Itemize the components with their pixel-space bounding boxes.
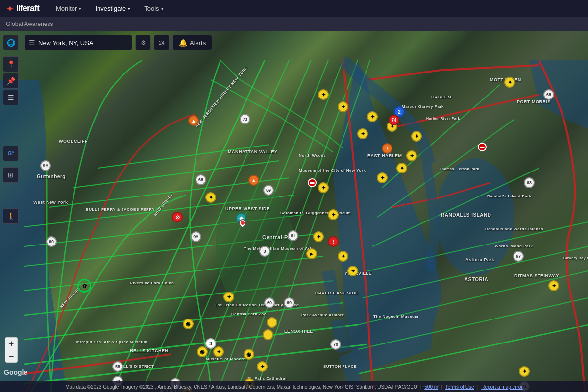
route-badge-rb4: 61 xyxy=(288,230,298,241)
map-marker-m32[interactable]: ✦ xyxy=(504,77,515,88)
map-marker-m13[interactable]: ✦ xyxy=(205,192,216,203)
layers-button[interactable]: ⊞ xyxy=(3,167,19,183)
map-marker-m33[interactable]: ✦ xyxy=(548,280,559,291)
search-input[interactable] xyxy=(38,39,128,47)
bookmark-button[interactable]: 📌 xyxy=(3,73,19,89)
nav-tools[interactable]: Tools ▾ xyxy=(137,0,170,17)
route-badge-rb8: 67 xyxy=(513,251,524,262)
breadcrumb-text: Global Awareness xyxy=(6,21,53,27)
map-marker-m37[interactable]: ✦ xyxy=(223,292,234,302)
map-marker-m9[interactable]: ✦ xyxy=(406,150,417,161)
app-logo[interactable]: ✦ liferaft xyxy=(6,3,39,15)
person-button[interactable]: 🚶 xyxy=(3,208,19,224)
map-marker-m17[interactable]: ! xyxy=(328,236,339,247)
svg-line-32 xyxy=(451,95,539,114)
map-marker-m2[interactable]: ✦ xyxy=(338,101,348,112)
chevron-down-icon: ▾ xyxy=(79,6,81,11)
area-label-al17: Park Avenue Armory xyxy=(301,313,344,317)
map-marker-m34[interactable]: 74 xyxy=(389,115,399,125)
area-label-al21: HELL'S DISTRICT xyxy=(118,364,154,368)
nav-monitor-label: Monitor xyxy=(56,5,77,12)
area-label-al2: Guttenberg xyxy=(37,174,66,179)
zoom-in-button[interactable]: + xyxy=(5,337,18,350)
area-label-al19: The Noguchi Museum xyxy=(373,314,418,318)
area-label-al46: Harlem River Park xyxy=(426,117,460,120)
map-attribution-bar: Map data ©2023 Google Imagery ©2023 , Ai… xyxy=(0,381,588,392)
location-pin-button[interactable]: 📍 xyxy=(3,56,19,72)
report-map-error-link[interactable]: Report a map error xyxy=(481,384,522,390)
area-label-al1: WOODCLIFF xyxy=(59,139,88,144)
hamburger-icon: ☰ xyxy=(29,39,35,47)
area-label-al24: SUTTON PLACE xyxy=(323,364,357,368)
map-marker-m10[interactable]: ✦ xyxy=(396,163,407,173)
map-marker-m22[interactable]: ◉ xyxy=(183,318,194,329)
area-label-al4: BULLS FERRY & JACOBS FERRY xyxy=(86,207,155,212)
map-marker-m30[interactable]: ✿ xyxy=(77,279,91,293)
map-marker-m19[interactable]: ✦ xyxy=(338,251,348,262)
alerts-button[interactable]: 🔔 Alerts xyxy=(172,35,212,50)
route-badge-rb17: 9A xyxy=(191,231,201,242)
area-label-al40: North Woods xyxy=(299,153,326,158)
map-marker-m36[interactable]: ⚡ xyxy=(263,329,273,340)
area-label-al45: Randall's Island Park xyxy=(487,194,532,198)
map-marker-m24[interactable]: ✦ xyxy=(213,346,224,357)
route-badge-rb2: 68 xyxy=(196,174,206,185)
map-pin[interactable] xyxy=(239,219,246,227)
terms-of-use-link[interactable]: Terms of Use xyxy=(445,384,474,390)
map-marker-m21[interactable]: ⚡ xyxy=(267,317,277,328)
map-marker-m39[interactable]: ⊘ xyxy=(172,212,183,222)
filter-button[interactable]: ⚙ xyxy=(135,35,151,50)
map-marker-m20[interactable]: ✦ xyxy=(347,266,358,276)
nav-investigate[interactable]: Investigate ▾ xyxy=(88,0,137,17)
map-marker-m7[interactable]: ✦ xyxy=(411,131,422,142)
logo-text: liferaft xyxy=(16,3,39,14)
search-bar: ☰ ⚙ 24 🔔 Alerts xyxy=(24,35,212,50)
breadcrumb: Global Awareness xyxy=(0,17,588,31)
no-entry-sign-ne1 xyxy=(308,178,317,187)
map-marker-m11[interactable]: ✦ xyxy=(377,172,388,183)
map-marker-m3[interactable]: ✦ xyxy=(367,111,378,122)
map-marker-m40[interactable]: 3 xyxy=(205,338,216,349)
map-marker-m4[interactable]: ✦ xyxy=(357,128,368,139)
route-badge-rb16: 9A xyxy=(40,160,51,171)
list-button[interactable]: ☰ xyxy=(3,90,19,105)
route-badge-rb1: 73 xyxy=(240,114,250,124)
map-marker-m12[interactable]: ✦ xyxy=(318,182,329,193)
area-label-al37: PORT MORRIS xyxy=(517,99,551,104)
map-marker-m28[interactable]: ✦ xyxy=(257,361,268,372)
nav-monitor[interactable]: Monitor ▾ xyxy=(49,0,88,17)
route-badge-rb14: 68 xyxy=(543,89,554,100)
svg-line-11 xyxy=(98,145,270,168)
area-label-al18: LENOX HILL xyxy=(284,329,313,334)
area-label-al14: UPPER EAST SIDE xyxy=(315,291,359,295)
map-container[interactable]: 🌐 📍 📌 ☰ G° ⊞ 🚶 ☰ ⚙ 24 🔔 Alerts xyxy=(0,31,588,392)
route-badge-rb7: 69 xyxy=(284,297,294,308)
area-label-al44: Marcus Garvey Park xyxy=(402,104,444,109)
map-marker-m35[interactable]: ✦ xyxy=(519,366,530,377)
route-badge-rb6: 60 xyxy=(264,297,275,308)
nav-tools-label: Tools xyxy=(144,5,159,12)
google-logo: Google xyxy=(4,368,27,376)
svg-line-28 xyxy=(98,354,172,364)
logo-icon: ✦ xyxy=(6,3,14,15)
map-marker-m16[interactable]: ✦ xyxy=(313,231,324,242)
chevron-down-icon: ▾ xyxy=(161,6,164,11)
area-label-al43: Wards Island Park xyxy=(495,244,533,248)
zoom-out-button[interactable]: − xyxy=(5,350,18,363)
map-marker-m25[interactable]: ◉ xyxy=(197,346,208,357)
map-marker-m26[interactable]: ◉ xyxy=(244,349,254,360)
map-marker-m29[interactable]: ▲ xyxy=(188,115,199,126)
search-input-wrap[interactable]: ☰ xyxy=(24,35,132,50)
area-label-al34: Astoria Park xyxy=(466,257,494,262)
route-badge-rb10: 58 xyxy=(112,361,123,372)
map-marker-m18[interactable]: ► xyxy=(306,248,317,259)
map-marker-m8[interactable]: ! xyxy=(382,143,392,154)
globe-button[interactable]: 🌐 xyxy=(3,35,19,50)
map-marker-m14[interactable]: ▲ xyxy=(248,175,259,186)
google-streetview-button[interactable]: G° xyxy=(3,146,19,161)
time-filter-button[interactable]: 24 xyxy=(154,35,170,50)
svg-line-30 xyxy=(441,65,539,70)
map-marker-m1[interactable]: ✦ xyxy=(318,89,329,100)
area-label-al6: UPPER WEST SIDE xyxy=(225,206,270,211)
map-marker-m15[interactable]: ✦ xyxy=(328,209,339,220)
